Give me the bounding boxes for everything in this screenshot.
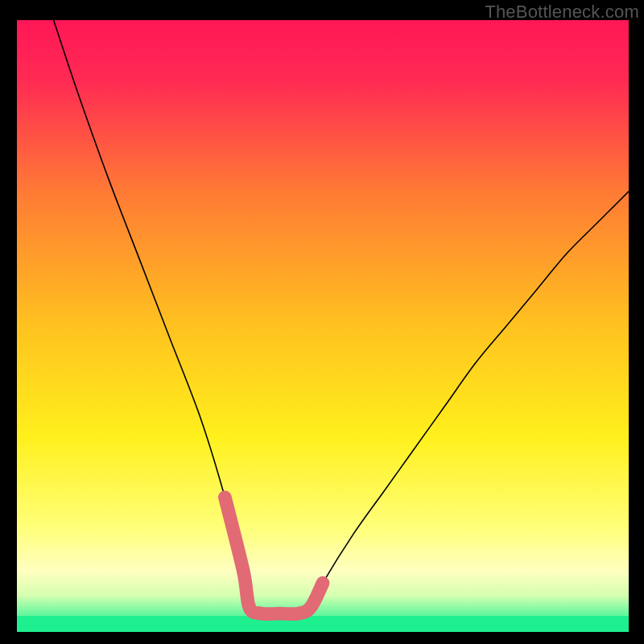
gradient-background — [17, 20, 629, 632]
chart-frame: TheBottleneck.com — [0, 0, 644, 644]
baseline-band — [17, 616, 629, 632]
plot-area — [17, 20, 629, 632]
bottleneck-chart — [17, 20, 629, 632]
